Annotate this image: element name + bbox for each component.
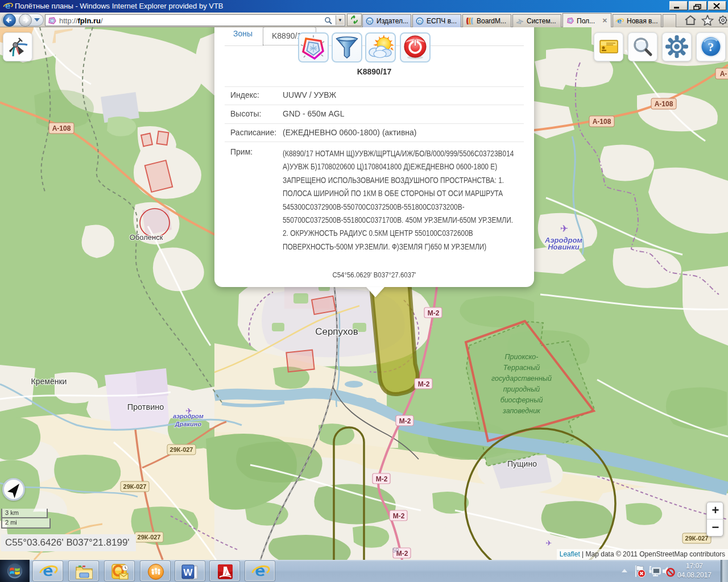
svg-text:М-2: М-2 xyxy=(399,417,411,425)
svg-text:А-108: А-108 xyxy=(52,124,71,132)
svg-text:?: ? xyxy=(708,40,714,54)
svg-text:государственный: государственный xyxy=(491,375,552,383)
svg-text:D: D xyxy=(418,19,422,24)
svg-text:Пущино: Пущино xyxy=(507,459,537,468)
svg-text:W: W xyxy=(183,567,193,578)
svg-text:29К-027: 29К-027 xyxy=(170,446,193,453)
svg-text:W: W xyxy=(367,19,373,24)
svg-text:Дракино: Дракино xyxy=(175,421,202,427)
svg-text:заповедник: заповедник xyxy=(502,407,541,415)
svg-text:биосферный: биосферный xyxy=(500,396,543,404)
svg-text:Серпухов: Серпухов xyxy=(315,326,358,337)
svg-text:✈: ✈ xyxy=(560,223,568,234)
svg-text:Протвино: Протвино xyxy=(127,402,164,411)
svg-text:природный: природный xyxy=(503,385,540,393)
svg-text:М-2: М-2 xyxy=(376,475,388,483)
svg-text:А-: А- xyxy=(720,70,727,78)
svg-text:29К-027: 29К-027 xyxy=(123,483,147,490)
svg-text:М-2: М-2 xyxy=(418,380,430,388)
svg-text:29К-027: 29К-027 xyxy=(685,535,709,542)
svg-text:А-108: А-108 xyxy=(593,118,611,126)
svg-text:Оболенск: Оболенск xyxy=(130,233,163,242)
svg-text:Кремёнки: Кремёнки xyxy=(31,377,67,386)
svg-text:А-108: А-108 xyxy=(655,100,673,108)
svg-text:Террасный: Террасный xyxy=(503,364,540,372)
svg-text:✈: ✈ xyxy=(546,539,552,547)
svg-text:М-2: М-2 xyxy=(393,512,405,520)
svg-text:50: 50 xyxy=(392,547,399,554)
svg-text:М-2: М-2 xyxy=(428,309,440,317)
svg-text:Приокско-: Приокско- xyxy=(505,353,539,361)
svg-text:29К-027: 29К-027 xyxy=(138,534,161,541)
svg-text:✈: ✈ xyxy=(185,406,192,415)
svg-text:Новинки: Новинки xyxy=(548,243,580,251)
